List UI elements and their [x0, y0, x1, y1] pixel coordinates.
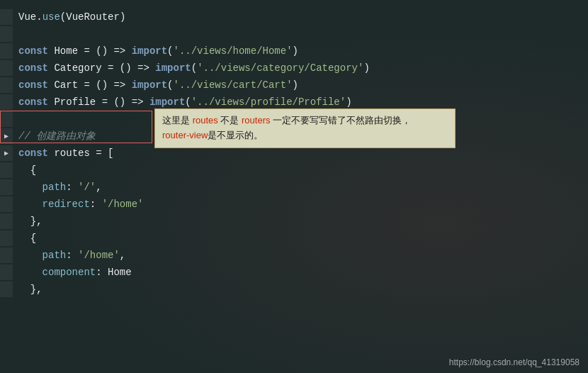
code-line-4: const Category = () => import('../views/… [0, 60, 588, 77]
line-content-4: const Category = () => import('../views/… [13, 60, 588, 76]
tooltip-annotation: 这里是 routes 不是 routers 一定不要写写错了不然路由切换， ro… [154, 108, 456, 148]
line-gutter-17 [0, 282, 13, 297]
code-container: Vue.use(VueRouter) const Home = () => im… [0, 0, 588, 373]
tooltip-highlight-routes: routes [193, 115, 218, 126]
line-content-3: const Home = () => import('../views/home… [13, 43, 588, 59]
code-line-3: const Home = () => import('../views/home… [0, 43, 588, 60]
line-content-2 [13, 26, 588, 42]
code-line-5: const Cart = () => import('../views/cart… [0, 77, 588, 94]
line-content-13: }, [13, 213, 588, 229]
line-content-14: { [13, 230, 588, 246]
line-gutter-15 [0, 247, 13, 263]
line-content-1: Vue.use(VueRouter) [13, 9, 588, 25]
line-gutter-10 [0, 162, 13, 178]
code-line-10: { [0, 162, 588, 179]
line-gutter-1 [0, 9, 13, 25]
code-line-2 [0, 26, 588, 43]
line-gutter-2 [0, 26, 13, 42]
line-content-5: const Cart = () => import('../views/cart… [13, 77, 588, 93]
line-gutter-5 [0, 77, 13, 93]
line-content-15: path: '/home', [13, 247, 588, 263]
code-line-12: redirect: '/home' [0, 196, 588, 213]
line-content-10: { [13, 162, 588, 178]
tooltip-text: 这里是 routes 不是 routers 一定不要写写错了不然路由切换， ro… [162, 115, 411, 140]
line-gutter-11 [0, 179, 13, 195]
tooltip-highlight-router-view: router-view [162, 130, 208, 140]
line-gutter-14 [0, 230, 13, 246]
line-gutter-13 [0, 213, 13, 229]
code-line-14: { [0, 230, 588, 247]
code-line-17: }, [0, 281, 588, 298]
line-content-17: }, [13, 282, 588, 297]
code-line-13: }, [0, 213, 588, 230]
line-gutter-16 [0, 265, 13, 280]
line-content-16: component: Home [13, 265, 588, 280]
line-gutter-8: ▶ [0, 128, 13, 144]
line-gutter-12 [0, 196, 13, 212]
line-content-12: redirect: '/home' [13, 196, 588, 212]
tooltip-highlight-routers: routers [242, 115, 270, 126]
code-line-1: Vue.use(VueRouter) [0, 9, 588, 26]
line-gutter-3 [0, 43, 13, 59]
code-line-11: path: '/', [0, 179, 588, 196]
code-lines: Vue.use(VueRouter) const Home = () => im… [0, 6, 588, 301]
watermark: https://blog.csdn.net/qq_41319058 [449, 357, 579, 367]
line-gutter-4 [0, 60, 13, 76]
line-content-6: const Profile = () => import('../views/p… [13, 94, 588, 110]
line-gutter-7 [0, 111, 13, 127]
line-content-11: path: '/', [13, 179, 588, 195]
line-gutter-9: ▶ [0, 145, 13, 161]
code-line-15: path: '/home', [0, 247, 588, 264]
line-gutter-6 [0, 94, 13, 110]
code-line-16: component: Home [0, 264, 588, 281]
